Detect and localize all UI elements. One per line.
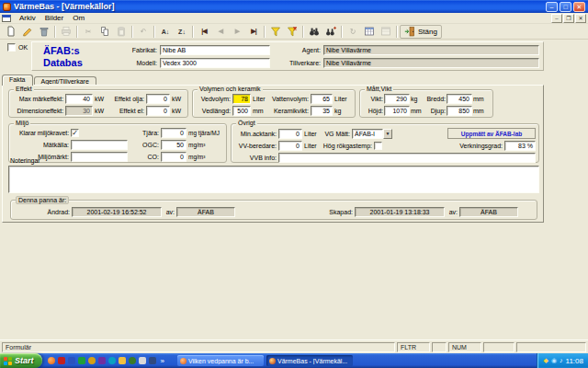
co-unit: mg/m³ bbox=[188, 154, 223, 160]
bredd-field[interactable]: 450 bbox=[447, 94, 472, 104]
modell-field[interactable]: Vedex 3000 bbox=[160, 58, 270, 68]
minimize-icon[interactable]: – bbox=[546, 2, 558, 12]
djup-field[interactable]: 850 bbox=[447, 106, 472, 116]
ovrigt-row-2: VV-beredare: 0 Liter Hög rökgastemp: Ver… bbox=[232, 141, 538, 151]
menu-bilder[interactable]: Bilder bbox=[40, 14, 68, 22]
tray-icon[interactable]: ◆ bbox=[544, 357, 548, 364]
quick-launch-icon[interactable] bbox=[108, 357, 116, 364]
close-form-label: Stäng bbox=[418, 28, 437, 36]
volym-row-1: Vedvolym: 78 Liter Vattenvolym: 65 Liter bbox=[193, 94, 355, 104]
menu-om[interactable]: Om bbox=[68, 14, 89, 22]
mdi-minimize-icon[interactable]: – bbox=[551, 14, 562, 23]
new-record-button[interactable] bbox=[3, 25, 19, 39]
co-field[interactable]: 0 bbox=[161, 152, 187, 162]
tjara-field[interactable]: 0 bbox=[161, 128, 187, 138]
sort-ascending-button[interactable]: A↓ bbox=[157, 25, 174, 39]
quick-launch-icon[interactable] bbox=[78, 357, 85, 364]
group-effekt: Effekt Max märkeffekt: 40 kW Effekt olja… bbox=[8, 89, 188, 118]
denna-panna-row: Ändrad: 2001-02-19 16:52:52 av: ÄFAB Ska… bbox=[11, 207, 537, 217]
printer-icon bbox=[61, 26, 72, 37]
title-bar: VärmeBas - [Värmekällor] – □ ✕ bbox=[0, 0, 588, 13]
effekt-olja-field[interactable]: 0 bbox=[146, 94, 170, 104]
sort-ascending-icon: A↓ bbox=[162, 29, 170, 35]
tab-fakta[interactable]: Fakta bbox=[2, 75, 33, 86]
miljomarkt-field[interactable] bbox=[71, 152, 128, 162]
undo-button: ↶ bbox=[135, 25, 152, 39]
effekt-row-2: Dimensioneffekt: 30 kW Effekt el: 0 kW bbox=[9, 106, 187, 116]
effekt-row-1: Max märkeffekt: 40 kW Effekt olja: 0 kW bbox=[9, 94, 187, 104]
miljo-row-3: Miljömärkt: CO: 0 mg/m³ bbox=[9, 152, 226, 162]
mdi-close-icon[interactable]: ✕ bbox=[575, 14, 586, 23]
copy-button[interactable] bbox=[96, 25, 113, 39]
mdi-restore-icon[interactable]: ❐ bbox=[563, 14, 574, 23]
min-acktank-field[interactable]: 0 bbox=[278, 129, 302, 139]
chevron-down-icon[interactable]: ▼ bbox=[383, 129, 392, 139]
vikt-field[interactable]: 290 bbox=[384, 94, 410, 104]
taskbar-window-varmebas[interactable]: VärmeBas - [Värmekäl... bbox=[266, 355, 353, 366]
delete-record-button[interactable] bbox=[36, 25, 52, 39]
fabrikat-field[interactable]: Nibe AB bbox=[160, 45, 270, 55]
agent-field: Nibe Villavärme bbox=[323, 45, 539, 55]
tray-icon[interactable]: ◉ bbox=[551, 357, 557, 364]
klarar-miljokravet-checkbox[interactable]: ✓ bbox=[71, 129, 79, 137]
volume-icon[interactable]: ♪ bbox=[560, 357, 563, 364]
quick-launch-icon[interactable] bbox=[98, 357, 106, 364]
andrad-field: 2001-02-19 16:52:52 bbox=[72, 207, 162, 217]
quick-launch-icon[interactable] bbox=[149, 357, 156, 364]
bredd-label: Bredd: bbox=[422, 96, 446, 102]
ok-checkbox[interactable] bbox=[7, 43, 16, 52]
vv-beredare-label: VV-beredare: bbox=[234, 143, 277, 149]
maximize-icon[interactable]: □ bbox=[560, 2, 571, 12]
start-button[interactable]: Start bbox=[0, 353, 42, 368]
find-next-button[interactable] bbox=[322, 25, 339, 39]
close-icon[interactable]: ✕ bbox=[573, 2, 585, 12]
vv-beredare-field[interactable]: 0 bbox=[278, 141, 302, 151]
modell-label: Modell: bbox=[124, 60, 157, 66]
vg-matt-value[interactable]: ÄFAB-l bbox=[352, 129, 383, 139]
sort-descending-button[interactable]: Z↓ bbox=[174, 25, 190, 39]
filter-button[interactable] bbox=[267, 25, 284, 39]
trash-icon bbox=[39, 26, 50, 37]
datasheet-view-button[interactable] bbox=[361, 25, 378, 39]
quick-launch-icon[interactable] bbox=[68, 357, 75, 364]
matkalla-field[interactable] bbox=[71, 140, 128, 150]
noteringar-textarea[interactable] bbox=[8, 166, 539, 193]
save-record-button[interactable] bbox=[19, 25, 36, 39]
taskbar-window-browser[interactable]: Vilken vedpanna är b... bbox=[177, 355, 264, 366]
group-miljo: Miljö Klarar miljökravet: ✓ Tjära: 0 mg … bbox=[8, 123, 227, 163]
quick-launch-icon[interactable] bbox=[119, 357, 126, 364]
vedvolym-field[interactable]: 78 bbox=[232, 94, 251, 104]
uppmatt-av-afab-label: Uppmätt av ÄFAB-lab bbox=[447, 128, 536, 139]
first-record-button[interactable]: |◀ bbox=[196, 25, 212, 39]
menu-arkiv[interactable]: Arkiv bbox=[15, 14, 40, 22]
verkningsgrad-field[interactable]: 83 % bbox=[504, 141, 536, 151]
form-view-button bbox=[378, 25, 394, 39]
quick-launch-icon[interactable] bbox=[48, 357, 55, 364]
quick-launch-icon[interactable] bbox=[129, 357, 136, 364]
last-record-button[interactable]: ▶| bbox=[245, 25, 262, 39]
vattenvolym-field[interactable]: 65 bbox=[311, 94, 333, 104]
find-button[interactable] bbox=[306, 25, 322, 39]
ogc-field[interactable]: 50 bbox=[161, 140, 187, 150]
effekt-el-field[interactable]: 0 bbox=[146, 106, 170, 116]
max-markeffekt-field[interactable]: 40 bbox=[65, 94, 93, 104]
keramikvikt-field[interactable]: 35 bbox=[311, 106, 333, 116]
next-record-icon: ▶ bbox=[235, 28, 239, 35]
max-markeffekt-unit: kW bbox=[95, 96, 106, 102]
vg-matt-combo[interactable]: ÄFAB-l ▼ bbox=[352, 129, 392, 139]
quick-launch-icon[interactable] bbox=[88, 357, 96, 364]
quick-launch-icon[interactable] bbox=[139, 357, 146, 364]
toolbar-separator bbox=[341, 26, 343, 38]
quick-launch-icon[interactable] bbox=[58, 357, 65, 364]
hojd-field[interactable]: 1070 bbox=[384, 106, 410, 116]
vedlangd-field[interactable]: 500 bbox=[232, 106, 251, 116]
toolbar-separator bbox=[396, 26, 398, 38]
vvb-info-field[interactable] bbox=[278, 153, 536, 163]
taskbar-windows: Vilken vedpanna är b... VärmeBas - [Värm… bbox=[177, 355, 353, 366]
hog-rokgastemp-checkbox[interactable] bbox=[374, 142, 382, 150]
group-volym-title: Volymen och keramik bbox=[198, 86, 263, 92]
quick-launch-overflow-icon[interactable]: » bbox=[161, 357, 164, 365]
mdi-system-icon[interactable] bbox=[2, 15, 11, 22]
remove-filter-button[interactable] bbox=[284, 25, 300, 39]
close-form-button[interactable]: Stäng bbox=[400, 25, 442, 39]
